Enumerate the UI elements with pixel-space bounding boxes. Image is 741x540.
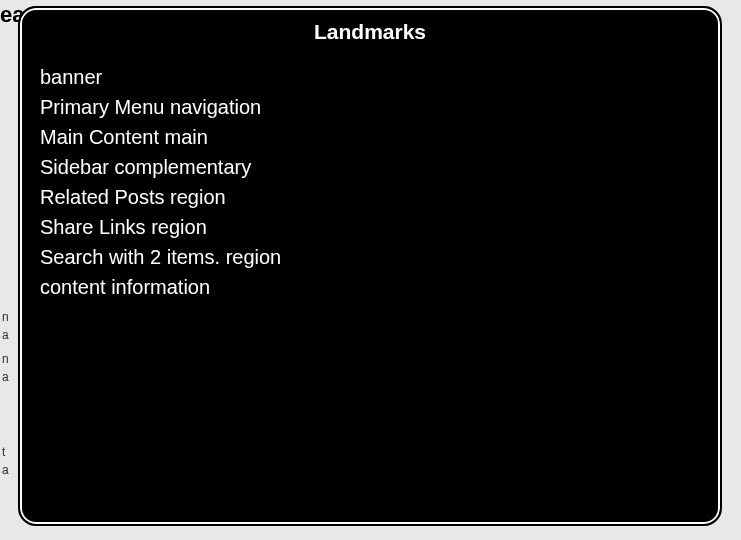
background-text-fragment: a xyxy=(2,328,9,342)
landmark-item-navigation[interactable]: Primary Menu navigation xyxy=(40,92,700,122)
landmark-item-related-posts[interactable]: Related Posts region xyxy=(40,182,700,212)
landmark-item-complementary[interactable]: Sidebar complementary xyxy=(40,152,700,182)
panel-title: Landmarks xyxy=(40,20,700,44)
background-text-fragment: t xyxy=(2,445,5,459)
background-text-fragment: n xyxy=(2,310,9,324)
landmark-list: banner Primary Menu navigation Main Cont… xyxy=(40,62,700,302)
landmark-item-search[interactable]: Search with 2 items. region xyxy=(40,242,700,272)
landmark-item-banner[interactable]: banner xyxy=(40,62,700,92)
landmark-item-share-links[interactable]: Share Links region xyxy=(40,212,700,242)
background-text-fragment: a xyxy=(2,463,9,477)
landmarks-rotor-panel: Landmarks banner Primary Menu navigation… xyxy=(18,6,722,526)
landmark-item-main[interactable]: Main Content main xyxy=(40,122,700,152)
background-text-fragment: n xyxy=(2,352,9,366)
landmark-item-contentinfo[interactable]: content information xyxy=(40,272,700,302)
background-text-fragment: a xyxy=(2,370,9,384)
